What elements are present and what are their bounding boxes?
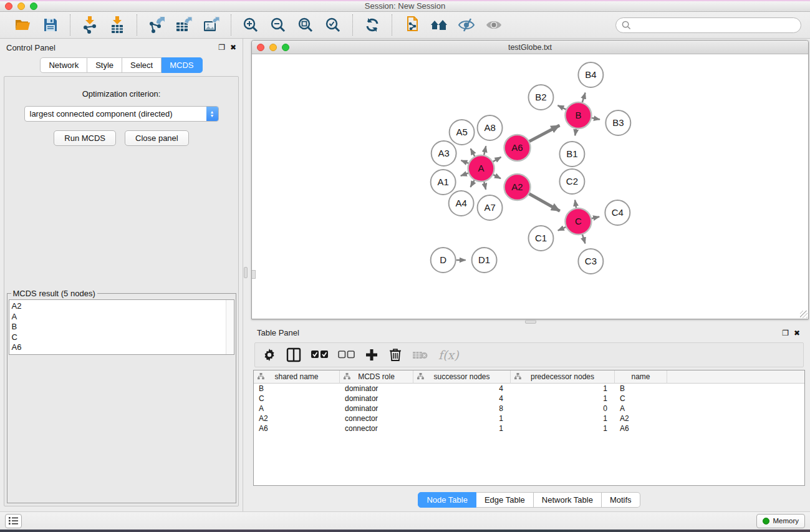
tab-mcds[interactable]: MCDS: [162, 57, 202, 73]
network-minimize-button[interactable]: [269, 44, 277, 51]
panel-splitter[interactable]: [243, 39, 248, 511]
window-controls[interactable]: [5, 2, 37, 10]
edge-A-A1[interactable]: [461, 173, 469, 176]
save-session-icon[interactable]: [39, 14, 62, 36]
resize-grip-icon[interactable]: [800, 311, 808, 318]
table-cell[interactable]: B: [254, 384, 340, 394]
edge-B-B3[interactable]: [591, 118, 600, 120]
maximize-window-button[interactable]: [30, 2, 37, 10]
edge-A-A2[interactable]: [493, 175, 501, 179]
tab-node-table[interactable]: Node Table: [418, 492, 476, 508]
splitter-handle-icon[interactable]: [525, 320, 536, 324]
node-B[interactable]: B: [565, 102, 591, 128]
column-header-predecessor-nodes[interactable]: predecessor nodes: [511, 370, 615, 384]
zoom-in-icon[interactable]: [239, 14, 263, 36]
table-cell[interactable]: dominator: [340, 404, 413, 414]
network-canvas[interactable]: B4B2BB3A8A5A6A3B1AA1C2A2A4A7C4CC1DD1C3: [252, 54, 808, 319]
export-image-icon[interactable]: [200, 14, 223, 36]
close-panel-icon[interactable]: ✖: [230, 44, 236, 51]
network-overview-icon[interactable]: [427, 14, 451, 36]
add-column-icon[interactable]: [365, 347, 378, 363]
edge-A6-B[interactable]: [529, 125, 559, 142]
node-table[interactable]: shared nameMCDS rolesuccessor nodesprede…: [253, 370, 805, 486]
open-file-icon[interactable]: [11, 14, 35, 36]
table-cell[interactable]: 1: [511, 414, 615, 423]
tab-network-table[interactable]: Network Table: [534, 492, 602, 508]
edge-B-B1[interactable]: [575, 128, 576, 136]
splitter-handle-icon[interactable]: [244, 267, 248, 278]
column-header-successor-nodes[interactable]: successor nodes: [413, 370, 511, 384]
table-cell[interactable]: A2: [254, 414, 340, 423]
tab-network[interactable]: Network: [40, 57, 87, 73]
close-panel-icon[interactable]: ✖: [794, 329, 800, 337]
export-network-icon[interactable]: [145, 14, 168, 36]
minimize-window-button[interactable]: [17, 2, 25, 10]
node-A2[interactable]: A2: [504, 174, 531, 200]
edge-A-A3[interactable]: [461, 160, 469, 163]
table-cell[interactable]: A2: [615, 414, 667, 423]
hide-details-icon[interactable]: [455, 14, 478, 36]
edge-A2-C[interactable]: [529, 193, 560, 211]
network-maximize-button[interactable]: [282, 44, 289, 51]
node-C[interactable]: C: [565, 208, 591, 235]
table-cell[interactable]: C: [254, 394, 340, 404]
table-cell[interactable]: connector: [340, 423, 413, 433]
table-cell[interactable]: A6: [254, 423, 340, 433]
column-header-shared-name[interactable]: shared name: [254, 370, 340, 384]
result-list-item[interactable]: A2: [12, 301, 231, 312]
edge-C-C4[interactable]: [591, 217, 599, 219]
edge-A-A8[interactable]: [484, 146, 486, 155]
float-panel-icon[interactable]: ❐: [218, 44, 225, 51]
close-panel-button[interactable]: Close panel: [125, 130, 189, 146]
close-window-button[interactable]: [5, 2, 12, 10]
refresh-icon[interactable]: [360, 14, 384, 36]
tab-select[interactable]: Select: [122, 57, 162, 73]
edge-A-A6[interactable]: [493, 157, 501, 162]
node-A5[interactable]: A5: [450, 120, 475, 145]
criterion-dropdown[interactable]: largest connected component (directed) ▲…: [24, 106, 219, 122]
node-A7[interactable]: A7: [478, 195, 503, 220]
table-settings-gear-icon[interactable]: [263, 347, 276, 363]
edge-B-B4[interactable]: [582, 93, 586, 103]
memory-button[interactable]: Memory: [756, 514, 805, 528]
node-C4[interactable]: C4: [605, 200, 630, 225]
clone-network-icon[interactable]: [400, 14, 423, 36]
node-A3[interactable]: A3: [432, 141, 456, 166]
table-cell[interactable]: 4: [413, 394, 511, 404]
show-details-icon[interactable]: [482, 14, 506, 36]
run-mcds-button[interactable]: Run MCDS: [54, 130, 116, 146]
node-B4[interactable]: B4: [578, 62, 603, 87]
result-list-item[interactable]: A6: [12, 342, 231, 353]
column-header-name[interactable]: name: [615, 370, 667, 384]
table-cell[interactable]: A: [615, 404, 667, 414]
table-cell[interactable]: 4: [413, 384, 511, 394]
edge-C-C3[interactable]: [582, 234, 586, 243]
table-cell[interactable]: C: [615, 394, 667, 404]
table-cell[interactable]: dominator: [340, 384, 413, 394]
edge-C-C2[interactable]: [575, 200, 576, 209]
node-D[interactable]: D: [431, 248, 456, 273]
node-D1[interactable]: D1: [472, 248, 497, 273]
table-cell[interactable]: connector: [340, 414, 413, 423]
node-C2[interactable]: C2: [559, 169, 584, 194]
mcds-result-list[interactable]: A2ABCA6: [9, 299, 234, 355]
node-A8[interactable]: A8: [478, 115, 503, 140]
select-all-icon[interactable]: [311, 347, 328, 363]
search-field[interactable]: [615, 17, 801, 33]
node-A4[interactable]: A4: [449, 191, 474, 216]
table-cell[interactable]: 1: [511, 384, 615, 394]
delete-column-icon[interactable]: [388, 347, 402, 363]
table-cell[interactable]: 0: [511, 404, 615, 414]
table-cell[interactable]: 1: [413, 414, 511, 423]
edge-A-A7[interactable]: [484, 181, 486, 189]
zoom-fit-icon[interactable]: [294, 14, 317, 36]
result-list-scrollbar[interactable]: [226, 300, 234, 354]
edge-C-C1[interactable]: [558, 227, 566, 231]
zoom-selected-icon[interactable]: [321, 14, 345, 36]
node-B2[interactable]: B2: [529, 85, 554, 110]
node-A1[interactable]: A1: [431, 170, 456, 195]
zoom-out-icon[interactable]: [266, 14, 290, 36]
node-C1[interactable]: C1: [529, 226, 554, 251]
node-B1[interactable]: B1: [559, 142, 584, 167]
column-header-mcds-role[interactable]: MCDS role: [340, 370, 413, 384]
